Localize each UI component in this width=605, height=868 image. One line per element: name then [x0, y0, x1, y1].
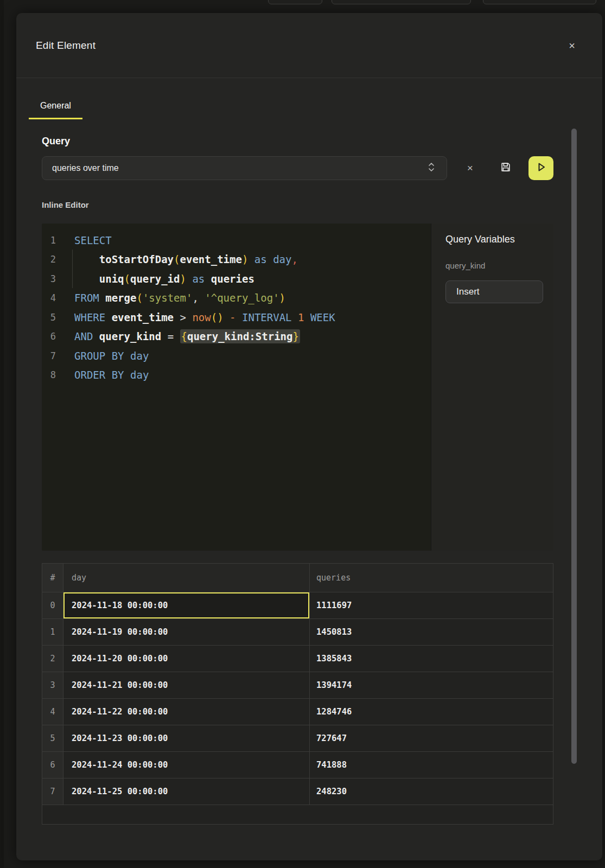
code-token [93, 330, 99, 342]
code-token: day [130, 350, 149, 362]
query-select-row: queries over time × [42, 156, 553, 180]
code-token [186, 273, 192, 285]
query-parameter-chip[interactable]: {query_kind:String} [180, 329, 300, 343]
code-token: ( [211, 311, 217, 323]
code-token: now [192, 311, 211, 323]
results-table-body: 02024-11-18 00:00:00111169712024-11-19 0… [42, 592, 553, 805]
code-token [74, 273, 99, 285]
results-table: # day queries 02024-11-18 00:00:00111169… [42, 563, 553, 825]
indent-guide-line [72, 250, 73, 288]
code-token: = [168, 330, 174, 342]
code-token: FROM [74, 292, 99, 304]
code-token [174, 330, 180, 342]
table-row: 72024-11-25 00:00:00248230 [42, 778, 553, 805]
page-background: Edit Element × General Query queries ove… [0, 0, 605, 868]
query-heading: Query [42, 136, 553, 147]
code-token [105, 311, 111, 323]
code-line[interactable]: 2 toStartOfDay(event_time) as day, [42, 250, 431, 270]
queries-cell[interactable]: 727647 [310, 725, 553, 751]
code-token [174, 311, 180, 323]
save-query-button[interactable] [498, 160, 514, 176]
day-cell[interactable]: 2024-11-19 00:00:00 [63, 619, 310, 645]
code-text: uniq(query_id) as queries [74, 273, 254, 285]
code-text: GROUP BY day [74, 350, 149, 362]
code-line[interactable]: 6AND query_kind = {query_kind:String} [42, 327, 431, 347]
code-token: query_kind:String [187, 330, 292, 342]
day-cell[interactable]: 2024-11-22 00:00:00 [63, 699, 310, 725]
clear-query-button[interactable]: × [462, 160, 478, 176]
code-text: FROM merge('system', '^query_log') [74, 292, 285, 304]
line-number: 4 [42, 292, 56, 303]
code-token [199, 292, 205, 304]
code-token: , [291, 253, 297, 265]
day-cell[interactable]: 2024-11-21 00:00:00 [63, 672, 310, 698]
code-token [186, 311, 192, 323]
insert-variable-button[interactable]: Insert [445, 280, 543, 303]
queries-cell[interactable]: 1450813 [310, 619, 553, 645]
sql-code-area[interactable]: 1SELECT2 toStartOfDay(event_time) as day… [42, 224, 431, 551]
queries-cell[interactable]: 248230 [310, 778, 553, 805]
code-line[interactable]: 5WHERE event_time > now() - INTERVAL 1 W… [42, 308, 431, 327]
query-variables-title: Query Variables [445, 234, 553, 245]
code-text: AND query_kind = {query_kind:String} [74, 330, 300, 342]
column-header-queries[interactable]: queries [310, 564, 553, 592]
code-line[interactable]: 4FROM merge('system', '^query_log') [42, 289, 431, 308]
code-token: as [254, 253, 267, 265]
queries-cell[interactable]: 741888 [310, 752, 553, 778]
line-number: 1 [42, 235, 56, 246]
code-line[interactable]: 8ORDER BY day [42, 366, 431, 385]
row-index-cell: 1 [42, 619, 63, 645]
row-index-cell: 7 [42, 778, 63, 805]
code-token: ) [242, 253, 248, 265]
code-text: WHERE event_time > now() - INTERVAL 1 WE… [74, 311, 335, 323]
queries-cell[interactable]: 1284746 [310, 699, 553, 725]
code-token: ORDER [74, 369, 105, 381]
table-row: 22024-11-20 00:00:001385843 [42, 645, 553, 672]
code-token: day [273, 253, 291, 265]
queries-cell[interactable]: 1111697 [310, 592, 553, 618]
saved-query-select[interactable]: queries over time [42, 156, 447, 180]
code-line[interactable]: 3 uniq(query_id) as queries [42, 269, 431, 289]
table-row: 52024-11-23 00:00:00727647 [42, 725, 553, 751]
save-icon [500, 161, 512, 175]
code-token: uniq [99, 273, 124, 285]
modal-scrollbar-thumb[interactable] [571, 129, 577, 764]
queries-cell[interactable]: 1394174 [310, 672, 553, 698]
code-token [105, 350, 111, 362]
run-query-button[interactable] [528, 156, 553, 180]
code-token: GROUP [74, 350, 105, 362]
code-token: ) [279, 292, 285, 304]
day-cell[interactable]: 2024-11-24 00:00:00 [63, 752, 310, 778]
code-token [99, 292, 105, 304]
code-token [224, 311, 230, 323]
code-token [304, 311, 310, 323]
code-text: SELECT [74, 234, 112, 246]
column-header-day[interactable]: day [63, 564, 310, 592]
code-token: ( [124, 273, 130, 285]
close-icon[interactable]: × [565, 39, 578, 52]
queries-cell[interactable]: 1385843 [310, 646, 553, 672]
code-token [267, 253, 273, 265]
line-number: 6 [42, 331, 56, 342]
row-index-cell: 4 [42, 699, 63, 725]
code-token: ) [217, 311, 223, 323]
table-row: 12024-11-19 00:00:001450813 [42, 618, 553, 645]
row-index-cell: 2 [42, 646, 63, 672]
tab-bar: General [29, 97, 602, 119]
day-cell[interactable]: 2024-11-20 00:00:00 [63, 646, 310, 672]
code-token [105, 369, 111, 381]
code-token: SELECT [74, 234, 112, 246]
code-token: event_time [180, 253, 242, 265]
code-token [161, 330, 167, 342]
background-toolbar-button-3 [483, 0, 596, 4]
background-page-edge [0, 0, 4, 868]
tab-general[interactable]: General [29, 97, 82, 119]
day-cell[interactable]: 2024-11-25 00:00:00 [63, 778, 310, 805]
sql-editor: 1SELECT2 toStartOfDay(event_time) as day… [42, 224, 553, 551]
day-cell-selected[interactable]: 2024-11-18 00:00:00 [63, 592, 310, 618]
code-line[interactable]: 7GROUP BY day [42, 346, 431, 366]
day-cell[interactable]: 2024-11-23 00:00:00 [63, 725, 310, 751]
code-line[interactable]: 1SELECT [42, 231, 431, 250]
code-token: WEEK [310, 311, 335, 323]
code-token: toStartOfDay [99, 253, 174, 265]
